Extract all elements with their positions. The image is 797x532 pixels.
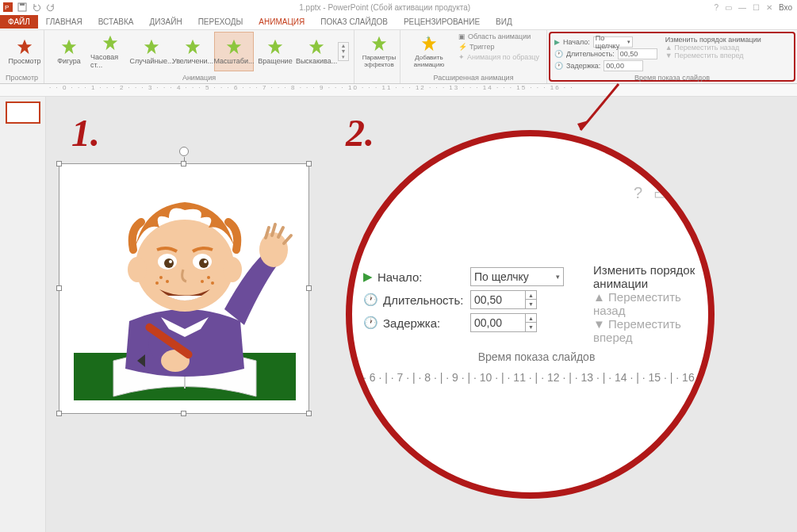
help-button[interactable]: ? (714, 3, 718, 12)
save-icon[interactable] (17, 2, 27, 12)
delay-input[interactable]: 00,00 (603, 60, 643, 71)
annotation-arrow (571, 82, 626, 138)
resize-handle[interactable] (306, 411, 312, 416)
chevron-down-icon: ▼ (593, 317, 605, 331)
tab-slideshow[interactable]: ПОКАЗ СЛАЙДОВ (312, 15, 396, 29)
tab-file[interactable]: ФАЙЛ (0, 15, 38, 29)
ribbon-group-timing: ▶Начало:По щелчку▾ 🕐Длительность:00,50 🕐… (549, 32, 795, 82)
svg-text:+: + (426, 35, 430, 42)
play-icon: ▶ (363, 270, 373, 284)
window-icon: ▭ (653, 184, 669, 203)
tab-review[interactable]: РЕЦЕНЗИРОВАНИЕ (396, 15, 488, 29)
maximize-button[interactable]: ☐ (753, 3, 760, 12)
svg-point-19 (259, 232, 288, 267)
trigger-button[interactable]: ⚡Триггер (456, 42, 542, 52)
mag-duration-label: Длительность: (383, 293, 463, 307)
effect-shape[interactable]: Фигура (49, 32, 89, 71)
preview-label: Просмотр (8, 57, 40, 65)
tab-animations[interactable]: АНИМАЦИЯ (251, 15, 312, 29)
duration-input[interactable]: 00,50 (618, 48, 657, 59)
effect-wheel[interactable]: Часовая ст... (90, 32, 130, 71)
trigger-icon: ⚡ (458, 43, 467, 51)
horizontal-ruler: · · 0 · · · 1 · · · 2 · · · 3 · · · 4 · … (0, 84, 797, 97)
magnifier-annotation: ? ▭ ▶Начало: По щелчку▾ 🕐Длительность: 0… (346, 130, 715, 499)
resize-handle[interactable] (181, 411, 186, 416)
ribbon-options-button[interactable]: ▭ (725, 3, 732, 12)
effect-options-button[interactable]: Параметры эффектов (359, 32, 399, 71)
mag-duration-input[interactable]: 00,50 (470, 290, 526, 309)
resize-handle[interactable] (306, 161, 312, 166)
mag-delay-label: Задержка: (383, 316, 440, 330)
chevron-up-icon: ▲ (593, 290, 605, 304)
resize-handle[interactable] (56, 285, 62, 291)
effect-grow[interactable]: Увеличени... (173, 32, 213, 71)
resize-handle[interactable] (56, 161, 62, 166)
tab-insert[interactable]: ВСТАВКА (90, 15, 142, 29)
effect-random[interactable]: Случайные... (132, 32, 171, 71)
delay-icon: 🕐 (554, 62, 563, 70)
selected-image[interactable] (59, 163, 309, 414)
add-animation-button[interactable]: + Добавить анимацию (405, 32, 453, 71)
ribbon-tabs: ФАЙЛ ГЛАВНАЯ ВСТАВКА ДИЗАЙН ПЕРЕХОДЫ АНИ… (0, 14, 797, 30)
resize-handle[interactable] (181, 161, 186, 166)
svg-marker-12 (372, 36, 386, 51)
resize-handle[interactable] (306, 285, 312, 291)
effect-bounce[interactable]: Выскакива... (297, 32, 336, 71)
start-dropdown[interactable]: По щелчку▾ (593, 36, 633, 48)
svg-text:P: P (5, 4, 9, 11)
mag-move-later: ▼ Переместить вперед (593, 317, 710, 344)
timing-group-label: Время показа слайдов (554, 74, 790, 82)
redo-icon[interactable] (46, 2, 56, 12)
mag-group-label: Время показа слайдов (363, 350, 710, 363)
svg-marker-10 (268, 40, 282, 54)
spinner-buttons[interactable]: ▲▼ (526, 313, 537, 332)
resize-handle[interactable] (56, 411, 62, 416)
minimize-button[interactable]: — (738, 3, 746, 12)
svg-marker-8 (186, 40, 200, 54)
ribbon-group-animation: Фигура Часовая ст... Случайные... Увелич… (44, 30, 354, 83)
pane-icon: ▣ (458, 33, 466, 40)
mag-delay-input[interactable]: 00,00 (470, 313, 526, 332)
animation-pane-button[interactable]: ▣Область анимации (456, 32, 542, 41)
move-earlier-button: ▲ Переместить назад (665, 44, 761, 52)
tab-view[interactable]: ВИД (488, 15, 520, 29)
gallery-more-button[interactable]: ▲▼▾ (338, 42, 349, 61)
svg-point-34 (169, 260, 172, 263)
rotation-handle[interactable] (179, 147, 189, 156)
spinner-buttons[interactable]: ▲▼ (526, 290, 537, 309)
window-title: 1.pptx - PowerPoint (Сбой активации прод… (56, 3, 714, 12)
svg-marker-6 (103, 36, 117, 50)
svg-point-31 (211, 281, 214, 285)
svg-marker-5 (62, 40, 76, 54)
reorder-panel: Изменить порядок анимации ▲ Переместить … (665, 36, 761, 72)
svg-rect-3 (20, 3, 25, 6)
svg-point-36 (199, 258, 209, 268)
close-button[interactable]: ✕ (766, 3, 772, 12)
preview-group-label: Просмотр (5, 74, 39, 82)
svg-point-25 (223, 257, 242, 282)
tab-home[interactable]: ГЛАВНАЯ (38, 15, 90, 29)
slide-thumbnail-1[interactable] (6, 101, 40, 124)
start-label: Начало: (563, 38, 590, 46)
ribbon-group-advanced: + Добавить анимацию ▣Область анимации ⚡Т… (400, 30, 547, 83)
titlebar: P 1.pptx - PowerPoint (Сбой активации пр… (0, 0, 797, 14)
mag-window-controls: ? ▭ (634, 184, 669, 203)
effect-zoom[interactable]: Масштаби... (214, 32, 254, 71)
svg-point-26 (159, 276, 163, 279)
clock-icon: 🕐 (554, 50, 563, 58)
help-icon: ? (634, 184, 642, 203)
tab-transitions[interactable]: ПЕРЕХОДЫ (190, 15, 251, 29)
tab-design[interactable]: ДИЗАЙН (142, 15, 190, 29)
animation-gallery[interactable]: Фигура Часовая ст... Случайные... Увелич… (49, 32, 349, 71)
svg-point-24 (128, 257, 147, 282)
svg-point-33 (164, 258, 174, 268)
preview-button[interactable]: Просмотр (5, 32, 44, 71)
svg-point-27 (166, 280, 169, 283)
signin-label[interactable]: Вхо (779, 3, 792, 12)
effect-swivel[interactable]: Вращение (255, 32, 295, 71)
mag-reorder-title: Изменить порядок анимации (593, 263, 710, 290)
delay-label: Задержка: (566, 62, 600, 70)
annotation-number-1: 1. (71, 111, 100, 155)
mag-start-dropdown[interactable]: По щелчку▾ (470, 267, 564, 286)
undo-icon[interactable] (32, 2, 41, 12)
